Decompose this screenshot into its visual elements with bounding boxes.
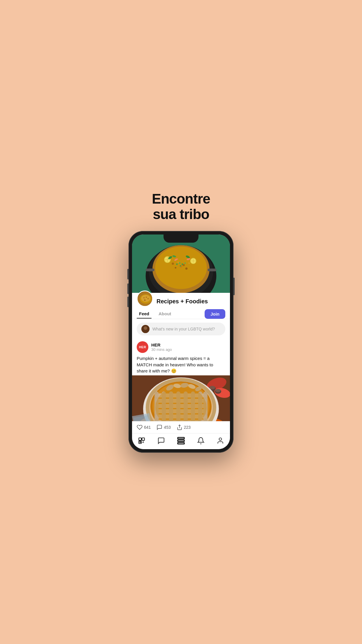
notch xyxy=(164,235,198,243)
home-icon xyxy=(138,437,145,444)
nav-profile[interactable] xyxy=(217,437,224,444)
post-input-bar[interactable]: What's new in your LGBTQ world? xyxy=(137,323,225,335)
post-image xyxy=(132,375,230,421)
svg-point-21 xyxy=(179,262,181,264)
group-info: Recipes + Foodies xyxy=(132,293,230,307)
svg-point-36 xyxy=(144,299,146,301)
svg-rect-84 xyxy=(178,438,184,439)
join-button[interactable]: Join xyxy=(205,309,225,319)
svg-point-87 xyxy=(219,438,222,440)
post-actions: 641 453 223 xyxy=(132,421,230,433)
feed-content: HER HER 30 mins ago Pumpkin + autumnal w… xyxy=(132,339,230,421)
svg-point-51 xyxy=(215,389,221,392)
post-meta: HER 30 mins ago xyxy=(151,342,172,352)
svg-point-10 xyxy=(185,267,187,270)
svg-rect-81 xyxy=(139,438,141,440)
svg-point-34 xyxy=(146,297,147,298)
tabs-bar: Feed About Join xyxy=(132,307,230,319)
svg-rect-85 xyxy=(178,440,184,441)
svg-point-20 xyxy=(176,263,178,265)
hero-image xyxy=(132,235,230,293)
phone-shell: Recipes + Foodies Feed About Join xyxy=(129,231,233,453)
post-input-placeholder: What's new in your LGBTQ world? xyxy=(152,327,215,331)
heart-icon xyxy=(137,424,143,430)
svg-point-6 xyxy=(178,261,179,263)
tab-about[interactable]: About xyxy=(156,309,173,318)
post-header: HER HER 30 mins ago xyxy=(137,341,225,353)
svg-rect-86 xyxy=(178,442,184,444)
nav-home[interactable] xyxy=(138,437,145,444)
comments-action[interactable]: 453 xyxy=(157,424,171,430)
share-icon xyxy=(177,424,182,430)
svg-point-23 xyxy=(184,262,186,264)
profile-icon xyxy=(217,437,224,444)
notifications-icon xyxy=(197,437,205,444)
headline: Encontre sua tribo xyxy=(152,191,210,222)
svg-point-35 xyxy=(147,298,149,299)
messages-icon xyxy=(157,437,165,444)
svg-point-9 xyxy=(175,267,177,269)
post-text: Pumpkin + autumnal warm spices = a MATCH… xyxy=(137,355,225,374)
nav-feed[interactable] xyxy=(177,436,185,445)
shares-count: 223 xyxy=(184,425,191,430)
svg-rect-25 xyxy=(146,269,154,271)
svg-point-32 xyxy=(141,295,150,302)
nav-messages[interactable] xyxy=(157,437,165,444)
svg-point-5 xyxy=(172,262,174,265)
comment-icon xyxy=(157,424,162,430)
shares-action[interactable]: 223 xyxy=(177,424,191,430)
feed-icon xyxy=(177,436,185,445)
user-avatar-small xyxy=(141,325,150,333)
svg-rect-82 xyxy=(142,438,145,440)
svg-point-22 xyxy=(182,263,183,265)
post-author: HER xyxy=(151,342,172,347)
group-avatar xyxy=(137,290,153,307)
her-post: HER HER 30 mins ago Pumpkin + autumnal w… xyxy=(132,339,230,375)
likes-action[interactable]: 641 xyxy=(137,424,151,430)
post-input-area: What's new in your LGBTQ world? xyxy=(132,319,230,339)
group-name: Recipes + Foodies xyxy=(157,298,208,305)
her-avatar: HER xyxy=(137,341,148,353)
svg-point-33 xyxy=(143,297,145,298)
nav-notifications[interactable] xyxy=(197,437,205,444)
svg-point-38 xyxy=(144,326,147,330)
page-wrapper: Encontre sua tribo xyxy=(121,191,241,453)
svg-rect-26 xyxy=(208,269,216,271)
svg-point-24 xyxy=(180,265,181,267)
phone-screen: Recipes + Foodies Feed About Join xyxy=(132,235,230,449)
likes-count: 641 xyxy=(144,425,151,430)
tab-feed[interactable]: Feed xyxy=(137,309,152,318)
bottom-nav xyxy=(132,433,230,449)
post-time: 30 mins ago xyxy=(151,347,172,352)
comments-count: 453 xyxy=(164,425,171,430)
svg-point-8 xyxy=(188,262,190,264)
her-avatar-initials: HER xyxy=(139,345,146,349)
